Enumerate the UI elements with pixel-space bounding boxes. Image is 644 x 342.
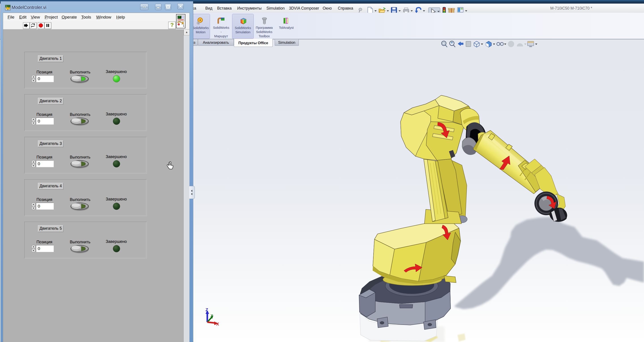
- svg-text:1: 1: [183, 24, 184, 27]
- svg-text:Y: Y: [211, 314, 213, 318]
- svg-text:Z: Z: [206, 307, 208, 312]
- svg-text:X: X: [216, 322, 219, 326]
